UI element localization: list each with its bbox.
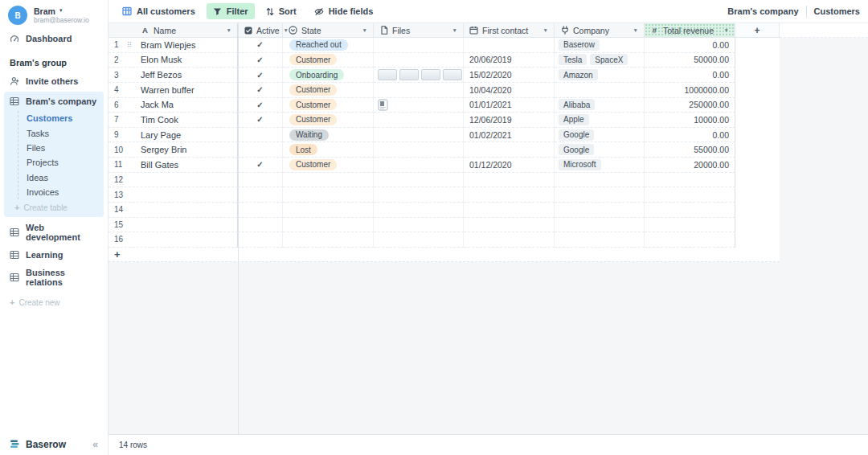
cell-total-revenue[interactable]	[645, 187, 735, 203]
cell-active[interactable]	[238, 128, 283, 143]
cell-first-contact[interactable]: 15/02/2020	[464, 68, 555, 83]
column-header-active[interactable]: Active ▼	[238, 23, 283, 38]
cell-active[interactable]	[238, 142, 283, 158]
cell-total-revenue[interactable]	[645, 173, 735, 188]
company-tag[interactable]: Microsoft	[559, 159, 601, 170]
cell-company[interactable]: Google	[555, 142, 645, 158]
cell-active[interactable]: ✓	[238, 98, 283, 113]
cell-name[interactable]: Elon Musk	[141, 55, 182, 64]
cell-name[interactable]: Jack Ma	[141, 100, 174, 109]
cell-active[interactable]	[238, 218, 283, 233]
cell-company[interactable]: Google	[555, 128, 645, 143]
company-tag[interactable]: Alibaba	[559, 99, 595, 110]
avatar[interactable]: B	[8, 6, 27, 25]
cell-files[interactable]	[374, 98, 464, 113]
column-header-company[interactable]: Company ▼	[555, 23, 645, 38]
workspace-toggle[interactable]: Bram's company	[4, 92, 104, 111]
add-field-button[interactable]: +	[735, 23, 780, 38]
workspace-business-relations[interactable]: Business relations	[0, 264, 108, 291]
cell-files[interactable]	[374, 218, 464, 233]
cell-company[interactable]: Apple	[555, 113, 645, 128]
collapse-sidebar-button[interactable]: «	[92, 439, 98, 450]
table-row[interactable]: 7Tim Cook ✓ Customer 12/06/2019 Apple 10…	[108, 113, 780, 128]
company-tag[interactable]: Baserow	[559, 39, 600, 51]
cell-first-contact[interactable]: 01/01/2021	[464, 98, 555, 113]
cell-state[interactable]: Onboarding	[283, 68, 374, 83]
cell-active[interactable]: ✓	[238, 68, 283, 83]
cell-company[interactable]	[555, 218, 645, 233]
workspace-learning[interactable]: Learning	[0, 246, 108, 264]
company-tag[interactable]: Amazon	[559, 69, 598, 80]
workspace-web-development[interactable]: Web development	[0, 219, 108, 246]
column-header-files[interactable]: Files ▼	[374, 23, 464, 38]
cell-first-contact[interactable]: 20/06/2019	[464, 53, 555, 68]
cell-files[interactable]	[374, 83, 464, 98]
create-table-button[interactable]: + Create table	[4, 199, 104, 214]
table-row[interactable]: 4Warren buffer ✓ Customer 10/04/2020 100…	[108, 83, 780, 98]
column-header-total-revenue[interactable]: # Total revenue ▼	[645, 23, 735, 38]
company-tag[interactable]: Google	[559, 129, 594, 141]
cell-active[interactable]	[238, 187, 283, 203]
cell-active[interactable]	[238, 173, 283, 188]
breadcrumb-group[interactable]: Bram's company	[727, 6, 798, 16]
cell-state[interactable]: Customer	[283, 83, 374, 98]
cell-state[interactable]: Customer	[283, 113, 374, 128]
cell-company[interactable]	[555, 203, 645, 218]
cell-active[interactable]: ✓	[238, 83, 283, 98]
cell-company[interactable]: Microsoft	[555, 158, 645, 173]
cell-state[interactable]: Reached out	[283, 38, 374, 53]
cell-first-contact[interactable]	[464, 203, 555, 218]
sidebar-table-invoices[interactable]: Invoices	[18, 185, 104, 199]
cell-company[interactable]	[555, 83, 645, 98]
company-tag[interactable]: SpaceX	[590, 54, 628, 65]
cell-first-contact[interactable]: 01/02/2021	[464, 128, 555, 143]
sidebar-table-tasks[interactable]: Tasks	[18, 125, 104, 140]
company-tag[interactable]: Tesla	[559, 54, 587, 65]
sidebar-table-customers[interactable]: Customers	[18, 111, 104, 125]
cell-name[interactable]: Warren buffer	[141, 85, 194, 95]
chevron-down-icon[interactable]: ▼	[633, 27, 638, 33]
cell-total-revenue[interactable]: 20000.00	[645, 158, 735, 173]
table-row[interactable]: 9Lary Page Waiting 01/02/2021 Google 0.0…	[108, 128, 780, 143]
chevron-down-icon[interactable]: ▼	[543, 27, 548, 33]
table-row[interactable]: 2Elon Musk ✓ Customer 20/06/2019 TeslaSp…	[108, 53, 780, 68]
cell-total-revenue[interactable]: 0.00	[645, 38, 735, 53]
column-header-first-contact[interactable]: First contact ▼	[464, 23, 555, 38]
cell-name[interactable]: Bram Wiepjes	[141, 40, 195, 50]
view-selector-button[interactable]: All customers	[116, 3, 202, 19]
table-row[interactable]: 16	[108, 232, 780, 248]
cell-state[interactable]	[283, 173, 374, 188]
cell-total-revenue[interactable]: 10000.00	[645, 113, 735, 128]
cell-active[interactable]: ✓	[238, 53, 283, 68]
breadcrumb-table[interactable]: Customers	[814, 6, 860, 16]
user-menu[interactable]: B Bram▼ bram@baserow.io	[0, 0, 108, 30]
cell-company[interactable]	[555, 187, 645, 203]
table-row[interactable]: 3Jeff Bezos ✓ Onboarding 15/02/2020 Amaz…	[108, 68, 780, 83]
sidebar-item-invite-others[interactable]: Invite others	[0, 72, 108, 90]
cell-active[interactable]: ✓	[238, 113, 283, 128]
cell-active[interactable]: ✓	[238, 38, 283, 53]
cell-total-revenue[interactable]: 55000.00	[645, 142, 735, 158]
cell-state[interactable]: Customer	[283, 98, 374, 113]
cell-active[interactable]: ✓	[238, 158, 283, 173]
column-header-name[interactable]: A Name ▼	[108, 23, 238, 38]
cell-total-revenue[interactable]: 0.00	[645, 68, 735, 83]
company-tag[interactable]: Apple	[559, 114, 589, 125]
cell-company[interactable]: Baserow	[555, 38, 645, 53]
cell-first-contact[interactable]: 10/04/2020	[464, 83, 555, 98]
cell-name[interactable]: Tim Cook	[141, 115, 178, 125]
cell-files[interactable]	[374, 128, 464, 143]
cell-state[interactable]: Waiting	[283, 128, 374, 143]
cell-files[interactable]	[374, 203, 464, 218]
cell-files[interactable]	[374, 173, 464, 188]
table-row[interactable]: 15	[108, 218, 780, 233]
cell-total-revenue[interactable]	[645, 232, 735, 248]
cell-files[interactable]	[374, 187, 464, 203]
cell-company[interactable]: Amazon	[555, 68, 645, 83]
chevron-down-icon[interactable]: ▼	[227, 27, 231, 33]
table-row[interactable]: 12	[108, 173, 780, 188]
cell-state[interactable]	[283, 203, 374, 218]
cell-active[interactable]	[238, 232, 283, 248]
cell-company[interactable]: Alibaba	[555, 98, 645, 113]
cell-total-revenue[interactable]: 1000000.00	[645, 83, 735, 98]
